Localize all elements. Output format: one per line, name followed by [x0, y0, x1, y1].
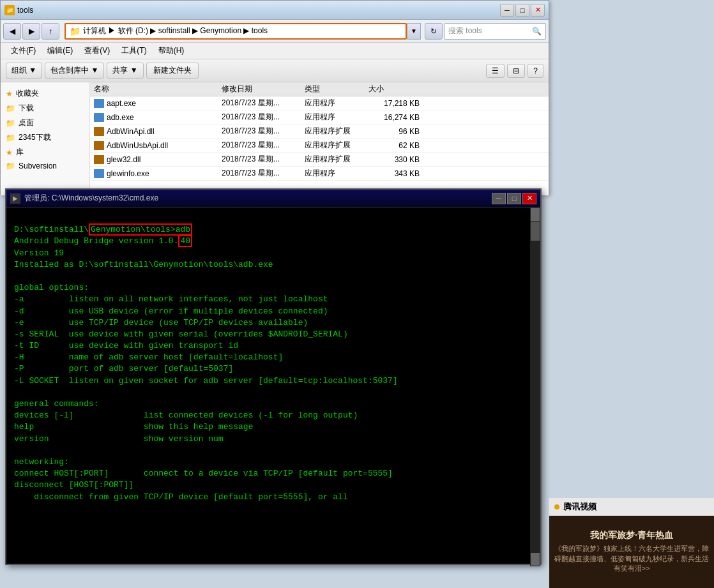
file-name: aapt.exe	[107, 99, 136, 108]
sidebar-item-label: 库	[16, 147, 24, 158]
sidebar-item-subversion[interactable]: 📁 Subversion	[1, 160, 89, 172]
view-toggle-btn[interactable]: ☰	[486, 64, 505, 78]
subversion-folder-icon: 📁	[6, 162, 15, 170]
file-name: AdbWinApi.dll	[107, 127, 155, 136]
explorer-close-btn[interactable]: ✕	[531, 4, 545, 17]
menu-view[interactable]: 查看(V)	[79, 44, 115, 57]
sidebar-item-label: 桌面	[19, 117, 34, 128]
menu-file[interactable]: 文件(F)	[6, 44, 41, 57]
col-date-header[interactable]: 修改日期	[222, 84, 305, 94]
cmd-window: ▶ 管理员: C:\Windows\system32\cmd.exe ─ □ ✕…	[5, 188, 542, 565]
cmd-version-cmd: version show version num	[14, 434, 224, 444]
cmd-devices: devices [-l] list connected devices (-l …	[14, 411, 358, 420]
cmd-title-text: 管理员: C:\Windows\system32\cmd.exe	[24, 193, 492, 204]
back-btn[interactable]: ◀	[3, 23, 21, 40]
sidebar-item-downloads[interactable]: 📁 下载	[1, 101, 89, 116]
file-icon	[94, 155, 104, 164]
cmd-output: D:\softinstall\Genymotion\tools>adb Andr…	[14, 213, 528, 515]
desktop-folder-icon: 📁	[6, 119, 15, 128]
help-btn[interactable]: ?	[528, 64, 543, 78]
include-library-btn[interactable]: 包含到库中 ▼	[45, 63, 104, 79]
cmd-help: help show this help message	[14, 422, 253, 432]
file-name-cell: AdbWinApi.dll	[94, 127, 222, 136]
tencent-video-dot	[554, 504, 559, 509]
file-icon	[94, 141, 104, 150]
explorer-maximize-btn[interactable]: □	[515, 4, 529, 17]
video-panel-container: 腾讯视频 我的军旅梦·青年热血 《我的军旅梦》独家上线！六名大学生进军营，障碍翻…	[549, 498, 714, 588]
up-btn[interactable]: ↑	[42, 23, 59, 40]
file-date: 2018/7/23 星期...	[222, 140, 305, 151]
file-size: 16,274 KB	[368, 113, 420, 122]
search-placeholder: 搜索 tools	[448, 26, 482, 36]
new-folder-btn[interactable]: 新建文件夹	[146, 63, 199, 79]
sidebar-item-label: 2345下载	[19, 132, 51, 143]
menu-edit[interactable]: 编辑(E)	[42, 44, 78, 57]
cmd-opt-s: -s SERIAL use device with given serial (…	[14, 329, 348, 339]
file-type: 应用程序	[305, 98, 368, 109]
cmd-minimize-btn[interactable]: ─	[492, 193, 506, 204]
refresh-btn[interactable]: ↻	[425, 23, 443, 40]
video-header: 腾讯视频	[549, 498, 714, 516]
right-background	[549, 0, 714, 498]
explorer-title: tools	[17, 6, 500, 15]
table-row[interactable]: aapt.exe 2018/7/23 星期... 应用程序 17,218 KB	[90, 96, 549, 110]
cmd-window-icon: ▶	[10, 193, 20, 204]
cmd-blank3	[14, 446, 19, 455]
cmd-content: D:\softinstall\Genymotion\tools>adb Andr…	[6, 207, 540, 566]
cmd-adb-version-line: Android Debug Bridge version 1.0.40	[14, 235, 192, 247]
explorer-window: 📁 tools ─ □ ✕ ◀ ▶ ↑ 📁 计算机 ▶ 软件 (D:) ▶ so…	[0, 0, 549, 195]
table-row[interactable]: AdbWinApi.dll 2018/7/23 星期... 应用程序扩展 96 …	[90, 124, 549, 139]
file-name: glewinfo.exe	[107, 169, 149, 178]
scroll-down-btn[interactable]	[531, 553, 540, 566]
sidebar-item-desktop[interactable]: 📁 桌面	[1, 116, 89, 130]
address-dropdown-btn[interactable]: ▼	[407, 23, 421, 40]
sidebar-item-library[interactable]: ★ 库	[1, 145, 89, 160]
file-icon	[94, 127, 104, 136]
video-content[interactable]: 我的军旅梦·青年热血 《我的军旅梦》独家上线！六名大学生进军营，障碍翻越直接撞墙…	[549, 516, 714, 588]
scroll-up-btn[interactable]	[531, 208, 540, 221]
address-text: 计算机 ▶ 软件 (D:) ▶ softinstall ▶ Genymotion…	[83, 26, 268, 36]
file-date: 2018/7/23 星期...	[222, 126, 305, 137]
col-name-header[interactable]: 名称	[94, 84, 222, 94]
menu-help[interactable]: 帮助(H)	[153, 44, 190, 57]
file-name-cell: glew32.dll	[94, 155, 222, 164]
toolbar-right: ☰ ⊟ ?	[486, 64, 543, 78]
explorer-content: ★ 收藏夹 📁 下载 📁 桌面 📁 2345下载 ★ 库 📁 Subvers	[1, 82, 549, 195]
file-name-cell: AdbWinUsbApi.dll	[94, 141, 222, 150]
sidebar-item-2345[interactable]: 📁 2345下载	[1, 130, 89, 145]
table-row[interactable]: glewinfo.exe 2018/7/23 星期... 应用程序 343 KB	[90, 167, 549, 181]
forward-btn[interactable]: ▶	[22, 23, 40, 40]
file-name-cell: aapt.exe	[94, 99, 222, 108]
cmd-opt-e: -e use TCP/IP device (use TCP/IP devices…	[14, 318, 308, 328]
explorer-minimize-btn[interactable]: ─	[500, 4, 514, 17]
file-size: 330 KB	[368, 155, 420, 164]
file-date: 2018/7/23 星期...	[222, 98, 305, 109]
file-size: 343 KB	[368, 169, 420, 178]
explorer-title-bar: 📁 tools ─ □ ✕	[1, 1, 549, 20]
table-row[interactable]: AdbWinUsbApi.dll 2018/7/23 星期... 应用程序扩展 …	[90, 139, 549, 153]
address-bar[interactable]: 📁 计算机 ▶ 软件 (D:) ▶ softinstall ▶ Genymoti…	[65, 23, 407, 40]
sidebar-item-favorites[interactable]: ★ 收藏夹	[1, 86, 89, 101]
organize-btn[interactable]: 组织 ▼	[6, 63, 42, 79]
table-row[interactable]: glew32.dll 2018/7/23 星期... 应用程序扩展 330 KB	[90, 153, 549, 167]
cmd-opt-H: -H name of adb server host [default=loca…	[14, 352, 283, 362]
cmd-opt-d: -d use USB device (error if multiple dev…	[14, 306, 328, 316]
search-box[interactable]: 搜索 tools 🔍	[444, 23, 546, 40]
menu-tools[interactable]: 工具(T)	[116, 44, 151, 57]
table-row[interactable]: adb.exe 2018/7/23 星期... 应用程序 16,274 KB	[90, 110, 549, 124]
details-toggle-btn[interactable]: ⊟	[507, 64, 525, 78]
sidebar-item-label: 收藏夹	[16, 88, 39, 99]
col-type-header[interactable]: 类型	[305, 84, 368, 94]
cmd-scrollbar[interactable]	[530, 207, 540, 566]
cmd-close-btn[interactable]: ✕	[522, 193, 536, 204]
scroll-thumb[interactable]	[531, 222, 540, 241]
col-size-header[interactable]: 大小	[368, 84, 420, 94]
cmd-window-controls: ─ □ ✕	[492, 193, 536, 204]
explorer-toolbar: 组织 ▼ 包含到库中 ▼ 共享 ▼ 新建文件夹 ☰ ⊟ ?	[1, 59, 549, 82]
share-btn[interactable]: 共享 ▼	[107, 63, 143, 79]
cmd-installed-as: Installed as D:\softinstall\Genymotion\t…	[14, 260, 273, 269]
cmd-opt-L: -L SOCKET listen on given socket for adb…	[14, 376, 398, 386]
sidebar-item-label: Subversion	[19, 162, 57, 170]
library-icon: ★	[6, 148, 13, 157]
cmd-maximize-btn[interactable]: □	[507, 193, 521, 204]
